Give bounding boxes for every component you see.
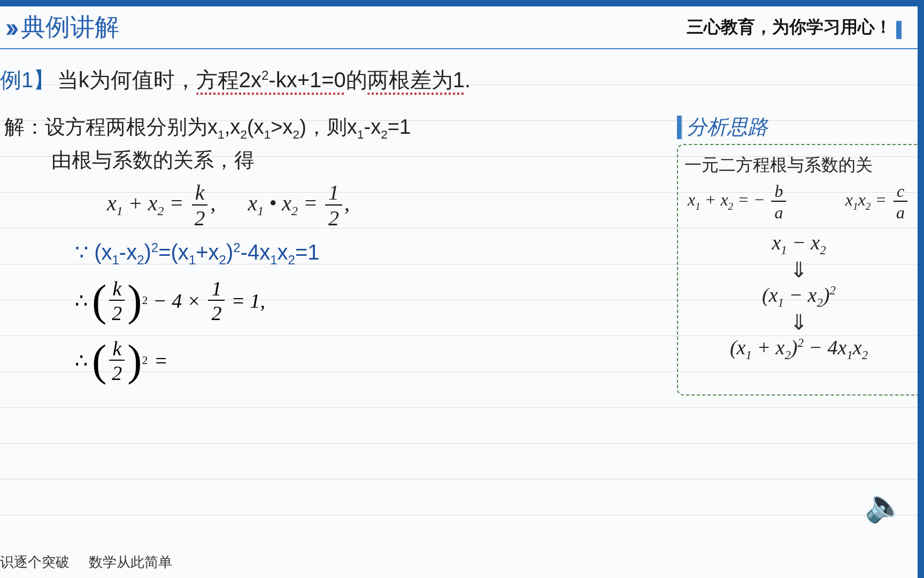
vp-n: c xyxy=(894,182,907,202)
kd2: 2 xyxy=(109,361,125,383)
analysis-box: 一元二方程根与系数的关 x1 + x2 = − ba x1x2 = ca x1 … xyxy=(677,144,918,396)
because-expr: (x1-x2)2=(x1+x2)2-4x1x2=1 xyxy=(94,240,319,264)
l1b: ,x xyxy=(225,116,241,138)
flow-3: (x1 + x2)2 − 4x1x2 xyxy=(684,336,913,362)
l1c: (x xyxy=(247,116,264,138)
analysis-panel: 分析思路 一元二方程根与系数的关 x1 + x2 = − ba x1x2 = c… xyxy=(677,113,918,396)
eq1: = 1, xyxy=(231,289,265,313)
prod-equation: x1 • x2 = 1 2 , xyxy=(248,182,350,229)
header-left: ›› 典例讲解 xyxy=(5,11,119,44)
vp-d: a xyxy=(893,202,908,221)
hn: 1 xyxy=(208,278,225,301)
because-symbol: ∵ xyxy=(75,240,88,264)
motto-bar xyxy=(896,21,902,39)
footer-left: 识逐个突破 xyxy=(0,553,70,572)
prompt-equation: 方程2x2-kx+1=0 xyxy=(196,68,346,92)
speaker-icon: 🔈 xyxy=(865,486,905,524)
num-k: k xyxy=(192,182,208,206)
l1g: =1 xyxy=(388,116,411,138)
motto-wrap: 三心教育，为你学习用心！ xyxy=(687,16,902,40)
section-title: 典例讲解 xyxy=(21,11,119,44)
chevron-icon: ›› xyxy=(5,12,14,43)
vieta-formulas: x1 + x2 = − ba x1x2 = ca xyxy=(684,182,913,221)
minus4x: − 4 × xyxy=(153,289,201,313)
flow-1: x1 − x2 xyxy=(684,231,913,257)
prompt-mid: 的 xyxy=(346,68,367,92)
l1f: -x xyxy=(364,116,381,138)
l1e: )，则x xyxy=(299,116,357,138)
l1a: 设方程两根分别为x xyxy=(45,116,218,138)
paren-k2-sq: ( k2 ) xyxy=(92,278,142,323)
kn2: k xyxy=(109,338,125,361)
prompt-target: 两根差为1 xyxy=(367,68,465,92)
frac-k-2: k 2 xyxy=(191,182,209,229)
down-arrow-2-icon: ⇓ xyxy=(684,310,913,336)
footer: 识逐个突破 数学从此简单 xyxy=(0,553,172,572)
den-2: 2 xyxy=(191,206,209,229)
num-1: 1 xyxy=(325,182,342,206)
flow-2: (x1 − x2)2 xyxy=(684,283,913,310)
kd: 2 xyxy=(109,301,125,323)
eq-a: 方程2x xyxy=(196,68,261,92)
vieta-prod: x1x2 = ca xyxy=(845,182,910,221)
frac-1-2: 1 2 xyxy=(325,182,342,229)
eq-blank: = xyxy=(154,349,168,372)
hd: 2 xyxy=(208,301,225,323)
l1d: >x xyxy=(271,116,292,138)
example-row: 例1】 当k为何值时，方程2x2-kx+1=0的两根差为1. xyxy=(0,65,918,95)
vieta-sum: x1 + x2 = − ba xyxy=(688,182,788,221)
motto-text: 三心教育，为你学习用心！ xyxy=(687,17,892,36)
sum-equation: x1 + x2 = k 2 , xyxy=(107,182,216,229)
down-arrow-1-icon: ⇓ xyxy=(684,257,913,283)
analysis-title: 分析思路 xyxy=(687,113,768,141)
sol-label: 解： xyxy=(4,116,45,138)
vs-d: a xyxy=(771,202,786,221)
footer-right: 数学从此简单 xyxy=(89,553,172,572)
prompt-pre: 当k为何值时， xyxy=(57,68,196,92)
problem-text: 当k为何值时，方程2x2-kx+1=0的两根差为1. xyxy=(57,65,471,95)
prompt-period: . xyxy=(465,68,471,92)
blue-bar-icon xyxy=(677,116,682,139)
flow-chain: x1 − x2 ⇓ (x1 − x2)2 ⇓ (x1 + x2)2 − 4x1x… xyxy=(684,231,913,362)
therefore-1: ∴ xyxy=(75,289,88,313)
analysis-header: 分析思路 xyxy=(677,113,918,141)
eq-b: -kx+1=0 xyxy=(268,68,346,92)
slide-header: ›› 典例讲解 三心教育，为你学习用心！ xyxy=(0,6,918,49)
example-label: 例1】 xyxy=(0,65,55,95)
content-area: 例1】 当k为何值时，方程2x2-kx+1=0的两根差为1. 解：设方程两根分别… xyxy=(0,49,918,531)
therefore-2: ∴ xyxy=(75,349,88,372)
eq-exp: 2 xyxy=(261,68,268,82)
den-2b: 2 xyxy=(325,206,342,229)
kn: k xyxy=(109,278,125,301)
vs-n: b xyxy=(771,182,786,202)
analysis-desc: 一元二方程根与系数的关 xyxy=(684,154,913,177)
paren-k2-sq-2: ( k2 ) xyxy=(92,338,142,383)
